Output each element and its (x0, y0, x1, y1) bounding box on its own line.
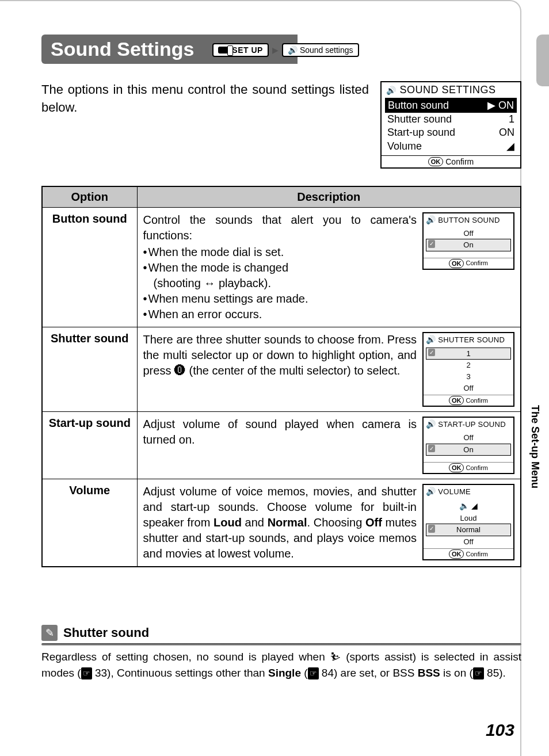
option-name: Start-up sound (42, 412, 137, 479)
table-row: Button sound Control the sounds that ale… (42, 208, 521, 327)
option-description: Control the sounds that alert you to cam… (143, 212, 417, 322)
menu-label: Button sound (388, 100, 449, 112)
ok-icon: OK (449, 463, 464, 472)
volume-screen: VOLUME 🔈 ◢ Loud Normal Off OKConfirm (422, 484, 514, 560)
menu-row-startup-sound: Start-up sound ON (385, 126, 517, 139)
note-title: Shutter sound (63, 625, 149, 640)
breadcrumb-setup: SET UP (212, 43, 269, 57)
screen-title: SOUND SETTINGS (400, 84, 496, 96)
speaker-icon (288, 45, 298, 55)
volume-level-icon: ◢ (506, 140, 514, 152)
breadcrumb-sound-label: Sound settings (300, 45, 353, 55)
speaker-icon (426, 486, 436, 497)
button-sound-screen: BUTTON SOUND Off On OKConfirm (422, 212, 514, 270)
intro-text: The options in this menu control the sou… (41, 81, 369, 117)
note-icon: ✎ (41, 625, 58, 641)
col-option: Option (42, 186, 137, 208)
mode-switch-icon (218, 47, 230, 54)
table-row: Volume Adjust volume of voice memos, mov… (42, 479, 521, 567)
note-text: Regardless of setting chosen, no sound i… (41, 649, 521, 681)
startup-sound-screen: START-UP SOUND Off On OKConfirm (422, 417, 514, 474)
table-row: Start-up sound Adjust volume of sound pl… (42, 412, 521, 479)
breadcrumb: SET UP ▶ Sound settings (212, 43, 359, 57)
table-row: Shutter sound There are three shutter so… (42, 327, 521, 412)
chevron-right-icon: ▶ (272, 45, 279, 55)
breadcrumb-sound: Sound settings (282, 43, 359, 57)
option-name: Button sound (42, 208, 137, 327)
ok-icon: OK (428, 157, 444, 166)
confirm-label: Confirm (445, 157, 474, 166)
menu-row-button-sound: Button sound ▶ ON (385, 98, 517, 113)
option-description: Adjust volume of voice memos, movies, an… (143, 484, 417, 562)
menu-row-shutter-sound: Shutter sound 1 (385, 113, 517, 126)
ok-icon: OK (449, 549, 464, 559)
menu-label: Volume (387, 140, 422, 152)
ok-icon: OK (449, 396, 464, 405)
shutter-sound-screen: SHUTTER SOUND 1 2 3 Off OKConfirm (422, 332, 514, 407)
col-description: Description (137, 186, 521, 208)
note-block: ✎ Shutter sound Regardless of setting ch… (41, 625, 521, 681)
sound-settings-screen: SOUND SETTINGS Button sound ▶ ON Shutter… (380, 81, 521, 169)
speaker-icon (426, 419, 436, 430)
menu-row-volume: Volume ◢ (385, 139, 517, 153)
breadcrumb-setup-label: SET UP (232, 45, 263, 55)
options-table: Option Description Button sound Control … (41, 186, 521, 567)
menu-label: Start-up sound (387, 127, 455, 139)
volume-level-icon: 🔈 ◢ (426, 499, 511, 513)
option-name: Shutter sound (42, 327, 137, 412)
menu-value: ON (498, 100, 514, 111)
speaker-icon (386, 84, 396, 96)
ok-icon: OK (449, 259, 464, 268)
speaker-icon (426, 215, 436, 226)
menu-label: Shutter sound (387, 113, 452, 125)
option-description: There are three shutter sounds to choose… (143, 332, 417, 379)
option-name: Volume (42, 479, 137, 567)
menu-value: 1 (509, 113, 514, 125)
menu-value: ON (499, 127, 514, 139)
page-number: 103 (486, 720, 514, 740)
speaker-icon (426, 334, 436, 345)
option-description: Adjust volume of sound played when camer… (143, 417, 417, 448)
